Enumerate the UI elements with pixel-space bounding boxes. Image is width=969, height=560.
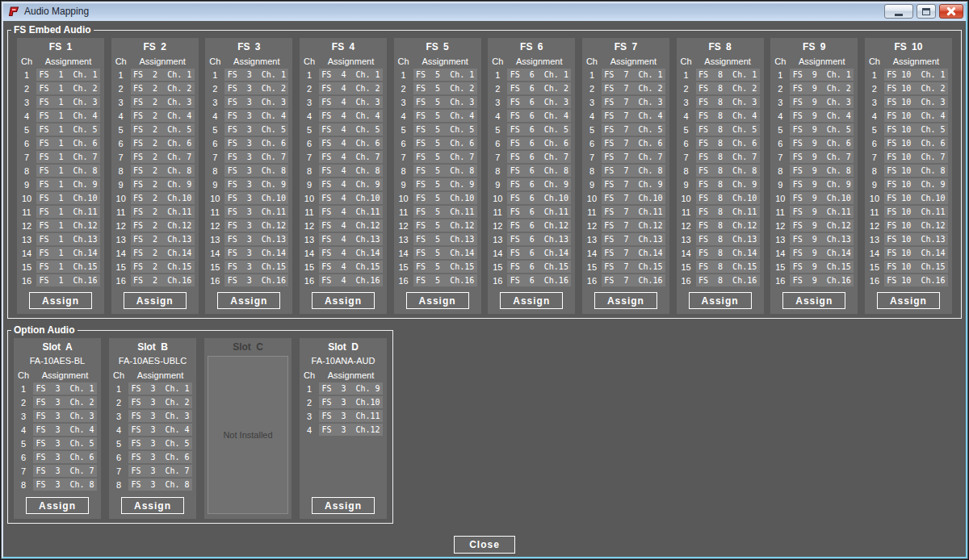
channel-number: 4 — [109, 425, 128, 435]
option-audio-label: Option Audio — [11, 324, 78, 336]
assignment-cell: FS 10 Ch. 6 — [884, 137, 948, 149]
assign-button[interactable]: Assign — [689, 292, 752, 309]
assign-button[interactable]: Assign — [29, 292, 92, 309]
assign-button[interactable]: Assign — [217, 292, 280, 309]
titlebar[interactable]: Audio Mapping — [2, 2, 967, 21]
assignment-cell: FS 2 Ch. 8 — [131, 165, 195, 177]
channel-number: 8 — [394, 166, 413, 176]
assignment-header: Assignment — [696, 56, 760, 66]
channel-number: 3 — [300, 98, 319, 107]
assign-button[interactable]: Assign — [877, 292, 940, 309]
assignment-cell: FS 3 Ch.10 — [224, 192, 288, 204]
channel-number: 5 — [111, 125, 131, 135]
assign-button[interactable]: Assign — [500, 292, 563, 309]
channel-row: 7 FS 3 Ch. 7 — [109, 464, 196, 478]
channel-row: 12 FS 3 Ch.12 — [205, 219, 292, 232]
assign-button[interactable]: Assign — [312, 497, 375, 514]
channel-row: 5 FS 3 Ch. 5 — [109, 437, 196, 450]
assignment-cell: FS 4 Ch. 1 — [319, 69, 383, 81]
channel-row: 14 FS 8 Ch.14 — [677, 246, 764, 260]
assignment-cell: FS 6 Ch. 4 — [507, 110, 571, 122]
assign-button[interactable]: Assign — [782, 292, 845, 309]
channel-number: 9 — [582, 180, 602, 190]
channel-number: 8 — [111, 166, 131, 176]
channel-row: 2 FS 7 Ch. 2 — [582, 81, 669, 95]
ch-header: Ch — [865, 56, 884, 66]
channel-number: 1 — [488, 70, 507, 80]
channel-rows: 1 FS 3 Ch. 1 2 FS 3 Ch. 2 3 FS 3 Ch. 3 4… — [205, 68, 292, 287]
assignment-cell: FS 7 Ch. 1 — [602, 69, 665, 81]
assignment-cell: FS 3 Ch. 6 — [128, 451, 192, 463]
assignment-header: Assignment — [33, 370, 97, 380]
channel-row: 14 FS 10 Ch.14 — [865, 246, 952, 260]
assign-button[interactable]: Assign — [406, 292, 469, 309]
assign-button[interactable]: Assign — [124, 292, 187, 309]
slot-title: Slot B — [109, 340, 196, 354]
channel-number: 6 — [865, 139, 884, 148]
channel-number: 4 — [300, 111, 319, 121]
channel-number: 16 — [17, 276, 36, 286]
channel-row: 2 FS 10 Ch. 2 — [865, 81, 952, 95]
channel-number: 15 — [582, 262, 602, 272]
channel-row: 15 FS 5 Ch.15 — [394, 260, 481, 274]
channel-row: 1 FS 6 Ch. 1 — [488, 68, 575, 81]
channel-row: 13 FS 5 Ch.13 — [394, 232, 481, 246]
assign-button[interactable]: Assign — [312, 292, 375, 309]
assignment-cell: FS 6 Ch. 7 — [507, 151, 571, 163]
assignment-cell: FS 3 Ch. 1 — [224, 69, 288, 81]
channel-row: 9 FS 2 Ch. 9 — [111, 178, 199, 191]
channel-number: 13 — [205, 235, 224, 244]
channel-row: 10 FS 6 Ch.10 — [488, 191, 575, 205]
assignment-cell: FS 3 Ch. 3 — [224, 96, 288, 108]
channel-row: 9 FS 9 Ch. 9 — [770, 178, 858, 191]
channel-number: 6 — [14, 453, 33, 462]
maximize-button[interactable] — [917, 4, 936, 19]
assignment-cell: FS 3 Ch. 3 — [33, 410, 97, 422]
channel-row: 9 FS 7 Ch. 9 — [582, 178, 669, 191]
close-button[interactable]: Close — [454, 536, 515, 554]
channel-row: 11 FS 7 Ch.11 — [582, 205, 669, 219]
assignment-cell: FS 8 Ch.11 — [696, 206, 760, 218]
channel-number: 14 — [770, 249, 790, 258]
channel-row: 11 FS 8 Ch.11 — [677, 205, 764, 219]
channel-row: 6 FS 8 Ch. 6 — [677, 136, 764, 150]
channel-row: 5 FS 4 Ch. 5 — [300, 123, 387, 136]
assignment-cell: FS 3 Ch. 7 — [128, 465, 192, 477]
assign-row: Assign — [770, 292, 858, 314]
channel-row: 16 FS 1 Ch.16 — [17, 274, 104, 287]
assign-button[interactable]: Assign — [26, 497, 89, 514]
assignment-cell: FS 8 Ch. 4 — [696, 110, 760, 122]
channel-row: 6 FS 2 Ch. 6 — [111, 136, 199, 150]
channel-number: 16 — [677, 276, 696, 286]
channel-number: 8 — [677, 166, 696, 176]
assignment-cell: FS 8 Ch. 1 — [696, 69, 760, 81]
close-window-button[interactable] — [939, 4, 963, 19]
channel-rows: 1 FS 9 Ch. 1 2 FS 9 Ch. 2 3 FS 9 Ch. 3 4… — [770, 68, 858, 287]
channel-row: 14 FS 5 Ch.14 — [394, 246, 481, 260]
channel-number: 15 — [770, 262, 790, 272]
channel-number: 14 — [17, 249, 36, 258]
assignment-cell: FS 3 Ch. 8 — [224, 165, 288, 177]
channel-number: 10 — [205, 194, 224, 203]
channel-row: 6 FS 5 Ch. 6 — [394, 136, 481, 150]
assignment-cell: FS 3 Ch. 2 — [33, 396, 97, 408]
assignment-cell: FS 3 Ch. 2 — [224, 82, 288, 94]
assignment-cell: FS 9 Ch. 8 — [790, 165, 854, 177]
channel-row: 14 FS 3 Ch.14 — [205, 246, 292, 260]
assignment-cell: FS 5 Ch. 7 — [413, 151, 477, 163]
assignment-cell: FS 4 Ch. 2 — [319, 82, 383, 94]
assign-button[interactable]: Assign — [121, 497, 184, 514]
assignment-cell: FS 8 Ch.12 — [696, 219, 760, 232]
channel-number: 11 — [488, 207, 507, 217]
assign-button[interactable]: Assign — [594, 292, 657, 309]
channel-row: 8 FS 5 Ch. 8 — [394, 164, 481, 178]
assignment-cell: FS 5 Ch. 2 — [413, 82, 477, 94]
assignment-cell: FS 4 Ch.16 — [319, 274, 383, 286]
channel-row: 16 FS 5 Ch.16 — [394, 274, 481, 287]
assignment-cell: FS 2 Ch. 4 — [131, 110, 195, 122]
minimize-button[interactable] — [884, 4, 913, 19]
channel-number: 13 — [300, 235, 319, 244]
channel-number: 1 — [17, 70, 36, 80]
channel-row: 6 FS 6 Ch. 6 — [488, 136, 575, 150]
channel-number: 1 — [300, 384, 319, 394]
